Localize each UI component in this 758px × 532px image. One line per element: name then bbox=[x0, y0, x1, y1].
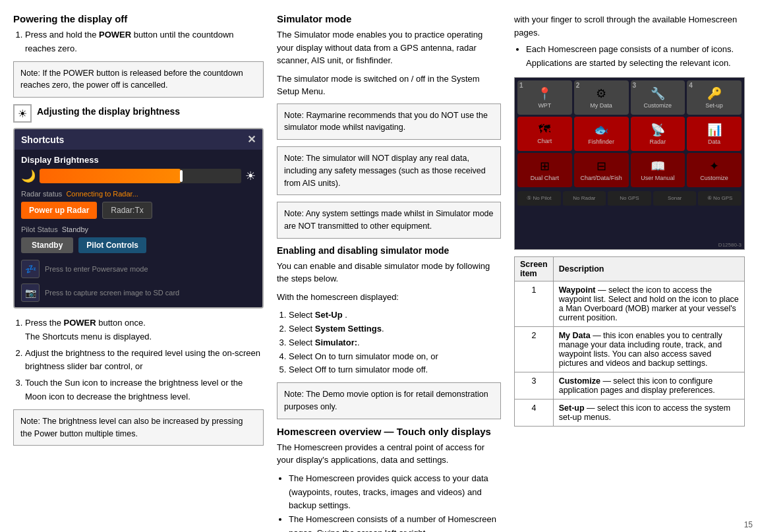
page-number: 15 bbox=[744, 520, 753, 529]
pilot-buttons-row: Standby Pilot Controls bbox=[21, 237, 256, 253]
table-row-2: 2 My Data — this icon enables you to cen… bbox=[515, 327, 745, 372]
row2-num: 2 bbox=[515, 327, 554, 372]
hs-cell-chart-data-fish[interactable]: ⊟ Chart/Data/Fish bbox=[574, 153, 629, 187]
hs-num-2: 2 bbox=[576, 82, 580, 89]
powering-step-1: Press and hold the POWER button until th… bbox=[25, 28, 264, 56]
simulator-p1: The Simulator mode enables you to practi… bbox=[277, 28, 501, 67]
homescreen-overview-title: Homescreen overview — Touch only display… bbox=[277, 426, 501, 437]
hs-bottom-row: ⑤ No Pilot No Radar No GPS Sonar ⑥ No GP… bbox=[515, 190, 744, 208]
diagram-code: D12580-3 bbox=[718, 242, 742, 248]
chart-data-fish-label: Chart/Data/Fish bbox=[581, 175, 622, 181]
row3-num: 3 bbox=[515, 372, 554, 399]
sim-note4: Note: The Demo movie option is for retai… bbox=[277, 382, 501, 419]
sonar-label: Sonar bbox=[668, 195, 682, 201]
chart-icon: 🗺 bbox=[539, 123, 550, 136]
sim-step-5: Select Off to turn simulator mode off. bbox=[289, 363, 501, 377]
hs-num-3: 3 bbox=[633, 82, 637, 89]
homescreen-grid: 1 📍 WPT 2 ⚙ My Data 3 🔧 Customize 4 🔑 bbox=[515, 78, 744, 190]
row2-term: My Data bbox=[559, 331, 591, 340]
radar-status-row: Radar status Connecting to Radar... bbox=[21, 190, 256, 198]
brightness-row: 🌙 ☀ bbox=[21, 169, 256, 183]
row4-term: Set-up bbox=[559, 403, 585, 413]
homescreen-diagram: 1 📍 WPT 2 ⚙ My Data 3 🔧 Customize 4 🔑 bbox=[514, 77, 745, 251]
capture-text: Press to capture screen image to SD card bbox=[45, 289, 179, 297]
data-label: Data bbox=[708, 138, 720, 145]
table-row-1: 1 Waypoint — select the icon to access t… bbox=[515, 281, 745, 327]
customize-icon: 🔧 bbox=[651, 86, 665, 101]
hs-cell-customize2[interactable]: ✦ Customize bbox=[687, 153, 742, 187]
hs-status-no-gps2: ⑥ No GPS bbox=[698, 191, 742, 206]
shortcuts-widget: Shortcuts ✕ Display Brightness 🌙 ☀ Radar… bbox=[13, 128, 264, 309]
sim-note3-text: Any system settings made whilst in Simul… bbox=[284, 209, 494, 231]
table-row-4: 4 Set-up — select this icon to access th… bbox=[515, 399, 745, 427]
row1-num: 1 bbox=[515, 281, 554, 327]
hs-status-sonar: Sonar bbox=[653, 191, 697, 206]
setup-label: Set-up bbox=[705, 102, 723, 109]
note-box-1: Note: If the POWER button is released be… bbox=[13, 61, 264, 98]
hs-cell-wpt[interactable]: 1 📍 WPT bbox=[517, 80, 572, 115]
radar-tx-button[interactable]: Radar:Tx bbox=[102, 202, 152, 219]
no-pilot-label: ⑤ No Pilot bbox=[527, 195, 551, 201]
note-box-2: Note: The brightness level can also be i… bbox=[13, 409, 264, 446]
brightness-step-1: Press the POWER button once. The Shortcu… bbox=[25, 316, 264, 344]
enabling-sim-title: Enabling and disabling simulator mode bbox=[277, 245, 501, 256]
left-column: Powering the display off Press and hold … bbox=[13, 13, 264, 532]
sim-note3: Note: Any system settings made whilst in… bbox=[277, 202, 501, 239]
mydata-icon: ⚙ bbox=[596, 86, 606, 101]
hs-cell-chart[interactable]: 🗺 Chart bbox=[517, 117, 572, 151]
hs-num-1: 1 bbox=[519, 82, 523, 89]
no-gps-label: No GPS bbox=[620, 195, 639, 201]
hs-cell-user-manual[interactable]: 📖 User Manual bbox=[631, 153, 685, 187]
close-icon[interactable]: ✕ bbox=[247, 133, 256, 146]
hs-cell-fishfinder[interactable]: 🐟 Fishfinder bbox=[574, 117, 629, 151]
camera-icon[interactable]: 📷 bbox=[21, 283, 40, 302]
homescreen-bullet-right: Each Homescreen page consists of a numbe… bbox=[526, 43, 745, 71]
hs-cell-setup[interactable]: 4 🔑 Set-up bbox=[687, 80, 742, 115]
customize2-label: Customize bbox=[700, 175, 728, 181]
standby-button[interactable]: Standby bbox=[21, 237, 73, 253]
no-radar-label: No Radar bbox=[573, 195, 595, 201]
adjusting-brightness-title: Adjusting the display brightness bbox=[37, 106, 180, 117]
table-col1-header: Screen item bbox=[515, 257, 554, 281]
power-radar-button[interactable]: Power up Radar bbox=[21, 202, 97, 219]
sim-note2-text: The simulator will NOT display any real … bbox=[284, 154, 486, 188]
sim-step-4: Select On to turn simulator mode on, or bbox=[289, 350, 501, 364]
homescreen-bullet-2: The Homescreen consists of a number of H… bbox=[289, 513, 501, 532]
zzz-icon[interactable]: 💤 bbox=[21, 260, 40, 278]
hs-cell-dual-chart[interactable]: ⊞ Dual Chart bbox=[517, 153, 572, 187]
fishfinder-icon: 🐟 bbox=[594, 123, 608, 137]
moon-icon: 🌙 bbox=[21, 169, 36, 183]
note2-text: The brightness level can also be increas… bbox=[20, 417, 243, 438]
sim-note4-text: The Demo movie option is for retail demo… bbox=[284, 390, 488, 411]
hs-cell-customize[interactable]: 3 🔧 Customize bbox=[631, 80, 685, 115]
radar-label: Radar bbox=[650, 138, 666, 145]
no-gps2-label: ⑥ No GPS bbox=[707, 195, 733, 201]
hs-status-no-pilot: ⑤ No Pilot bbox=[517, 191, 561, 206]
hs-cell-radar[interactable]: 📡 Radar bbox=[631, 117, 685, 151]
simulator-mode-title: Simulator mode bbox=[277, 13, 501, 24]
connecting-text: Connecting to Radar... bbox=[66, 190, 138, 198]
middle-column: Simulator mode The Simulator mode enable… bbox=[277, 13, 501, 532]
mydata-label: My Data bbox=[590, 102, 612, 109]
wpt-label: WPT bbox=[538, 102, 551, 109]
pilot-status-label: Pilot Status bbox=[21, 225, 58, 233]
user-manual-label: User Manual bbox=[641, 175, 674, 181]
row4-desc-text: — select this icon to access the system … bbox=[559, 403, 731, 422]
continuation-text: with your finger to scroll through the a… bbox=[514, 13, 745, 39]
brightness-section-icon: ☀ bbox=[13, 104, 32, 123]
hs-cell-data[interactable]: 📊 Data bbox=[687, 117, 742, 151]
pilot-controls-button[interactable]: Pilot Controls bbox=[78, 237, 146, 253]
table-col2-header: Description bbox=[553, 257, 744, 281]
row1-term: Waypoint bbox=[559, 285, 596, 295]
note1-text: If the POWER button is released before t… bbox=[20, 69, 243, 90]
fishfinder-label: Fishfinder bbox=[588, 138, 614, 145]
hs-status-no-radar: No Radar bbox=[563, 191, 606, 206]
pilot-status-row: Pilot Status Standby bbox=[21, 225, 256, 233]
hs-cell-mydata[interactable]: 2 ⚙ My Data bbox=[574, 80, 629, 115]
homescreen-bullet-1: The Homescreen provides quick access to … bbox=[289, 472, 501, 513]
row1-desc: Waypoint — select the icon to access the… bbox=[553, 281, 744, 327]
sim-note1: Note: Raymarine recommends that you do N… bbox=[277, 103, 501, 140]
brightness-slider[interactable] bbox=[40, 169, 241, 183]
row3-term: Customize bbox=[559, 376, 600, 386]
steps-intro: With the homescreen displayed: bbox=[277, 291, 501, 304]
